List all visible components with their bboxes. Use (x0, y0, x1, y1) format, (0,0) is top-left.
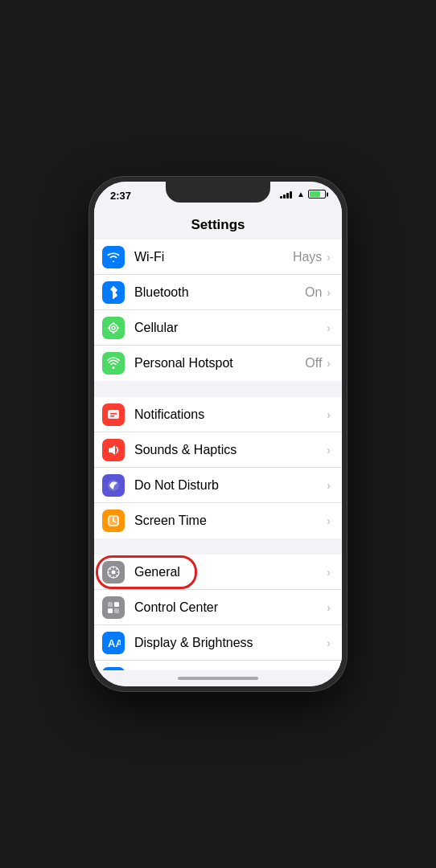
hotspot-icon (102, 352, 125, 375)
svg-rect-22 (114, 602, 119, 607)
phone-frame: 2:37 ▲ Settings (89, 177, 347, 691)
svg-point-5 (109, 324, 117, 332)
settings-list[interactable]: Wi-Fi Hays › (94, 240, 342, 670)
battery-fill (310, 191, 320, 197)
battery-icon (308, 190, 326, 199)
general-chevron-icon: › (327, 566, 331, 579)
status-time: 2:37 (110, 190, 131, 202)
hotspot-chevron-icon: › (327, 357, 331, 370)
hotspot-label: Personal Hotspot (134, 356, 305, 371)
screentime-chevron-icon: › (327, 514, 331, 527)
settings-item-notifications[interactable]: Notifications › (94, 397, 342, 432)
home-indicator (94, 670, 342, 686)
signal-bar-3 (286, 193, 289, 199)
notifications-icon (102, 403, 125, 426)
cellular-chevron-icon: › (327, 321, 331, 334)
svg-rect-13 (110, 416, 114, 417)
display-icon: AA (102, 632, 125, 654)
notifications-label: Notifications (134, 407, 327, 422)
hotspot-value: Off (305, 356, 322, 371)
wifi-chevron-icon: › (327, 251, 331, 264)
settings-item-hotspot[interactable]: Personal Hotspot Off › (94, 346, 342, 381)
settings-item-wifi[interactable]: Wi-Fi Hays › (94, 240, 342, 275)
settings-item-general[interactable]: General › (94, 555, 342, 590)
donotdisturb-chevron-icon: › (327, 479, 331, 492)
home-bar (178, 677, 258, 680)
settings-item-donotdisturb[interactable]: Do Not Disturb › (94, 468, 342, 503)
donotdisturb-label: Do Not Disturb (134, 478, 327, 493)
page-title: Settings (191, 217, 245, 232)
signal-bar-2 (283, 194, 286, 199)
signal-bar-1 (280, 196, 282, 199)
bluetooth-label: Bluetooth (134, 285, 305, 300)
notifications-chevron-icon: › (327, 408, 331, 421)
svg-rect-21 (108, 602, 113, 607)
svg-text:AA: AA (108, 637, 121, 649)
cellular-icon (102, 317, 125, 339)
divider-2 (94, 540, 342, 555)
general-icon (102, 561, 125, 583)
svg-point-6 (112, 326, 115, 330)
signal-bar-4 (290, 191, 292, 199)
bluetooth-value: On (305, 285, 322, 300)
bluetooth-icon (102, 281, 125, 304)
svg-marker-14 (109, 445, 115, 455)
divider-1 (94, 383, 342, 397)
wifi-status-icon: ▲ (297, 190, 305, 199)
phone-screen: 2:37 ▲ Settings (94, 182, 342, 686)
sounds-label: Sounds & Haptics (134, 443, 327, 457)
settings-item-homescreen[interactable]: Home Screen › (94, 661, 342, 670)
status-icons: ▲ (280, 190, 326, 199)
screentime-label: Screen Time (134, 514, 327, 528)
settings-item-sounds[interactable]: Sounds & Haptics › (94, 432, 342, 468)
wifi-icon (102, 246, 125, 268)
controlcenter-label: Control Center (134, 600, 327, 615)
settings-item-display[interactable]: AA Display & Brightness › (94, 625, 342, 661)
display-chevron-icon: › (327, 637, 331, 649)
wifi-label: Wi-Fi (134, 250, 293, 264)
cellular-label: Cellular (134, 321, 322, 335)
section-general: General › Control Center › (94, 555, 342, 670)
wifi-value: Hays (293, 250, 322, 264)
sounds-icon (102, 439, 125, 461)
controlcenter-chevron-icon: › (327, 601, 331, 614)
display-label: Display & Brightness (134, 636, 327, 650)
screentime-icon (102, 510, 125, 532)
section-connectivity: Wi-Fi Hays › (94, 240, 342, 381)
signal-bars-icon (280, 190, 292, 199)
notch (166, 182, 270, 203)
bluetooth-chevron-icon: › (327, 286, 331, 299)
general-label: General (134, 565, 327, 579)
settings-item-bluetooth[interactable]: Bluetooth On › (94, 275, 342, 310)
sounds-chevron-icon: › (327, 444, 331, 457)
svg-rect-24 (114, 608, 119, 613)
settings-item-screentime[interactable]: Screen Time › (94, 503, 342, 538)
svg-rect-23 (108, 608, 113, 613)
controlcenter-icon (102, 596, 125, 619)
settings-item-cellular[interactable]: Cellular › (94, 310, 342, 346)
section-notifications: Notifications › Sounds & Haptics › (94, 397, 342, 538)
page-header: Settings (94, 214, 342, 240)
svg-point-20 (112, 570, 116, 574)
homescreen-icon (102, 667, 125, 671)
settings-item-controlcenter[interactable]: Control Center › (94, 590, 342, 625)
donotdisturb-icon (102, 474, 125, 497)
svg-rect-12 (110, 413, 117, 415)
